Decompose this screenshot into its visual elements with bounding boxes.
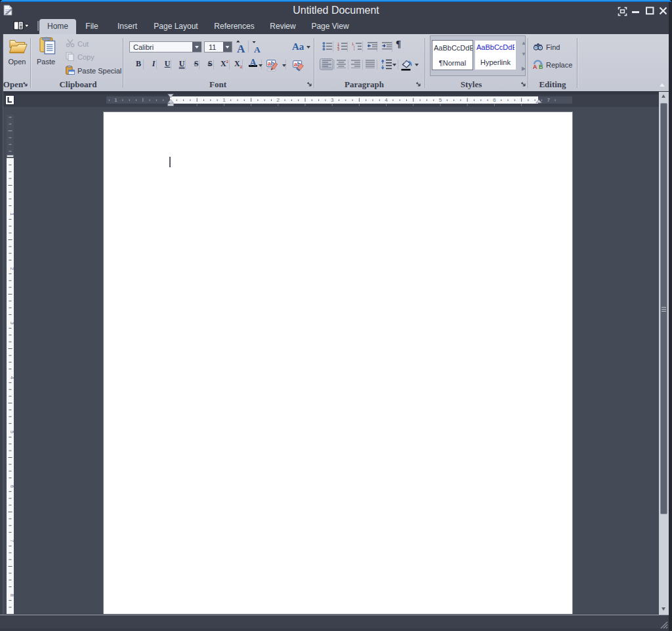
svg-text:5: 5 xyxy=(439,97,442,103)
svg-text:6: 6 xyxy=(9,485,14,488)
svg-text:7: 7 xyxy=(547,97,551,103)
svg-text:3: 3 xyxy=(331,97,334,103)
svg-text:6: 6 xyxy=(493,97,496,103)
svg-text:A: A xyxy=(237,43,245,54)
svg-text:7: 7 xyxy=(9,539,14,542)
svg-text:1: 1 xyxy=(222,97,226,103)
svg-text:i: i xyxy=(354,47,354,51)
svg-text:1: 1 xyxy=(114,97,117,103)
svg-text:5: 5 xyxy=(9,430,14,434)
svg-text:8: 8 xyxy=(9,594,14,597)
svg-text:A: A xyxy=(254,45,261,54)
svg-text:B: B xyxy=(539,64,543,70)
svg-text:4: 4 xyxy=(9,376,14,379)
svg-text:3: 3 xyxy=(9,321,14,325)
svg-text:2: 2 xyxy=(9,267,14,270)
svg-text:3: 3 xyxy=(337,47,339,51)
svg-text:2: 2 xyxy=(277,97,280,103)
svg-text:4: 4 xyxy=(385,97,388,103)
svg-text:1: 1 xyxy=(9,213,14,216)
svg-text:A: A xyxy=(533,64,537,70)
